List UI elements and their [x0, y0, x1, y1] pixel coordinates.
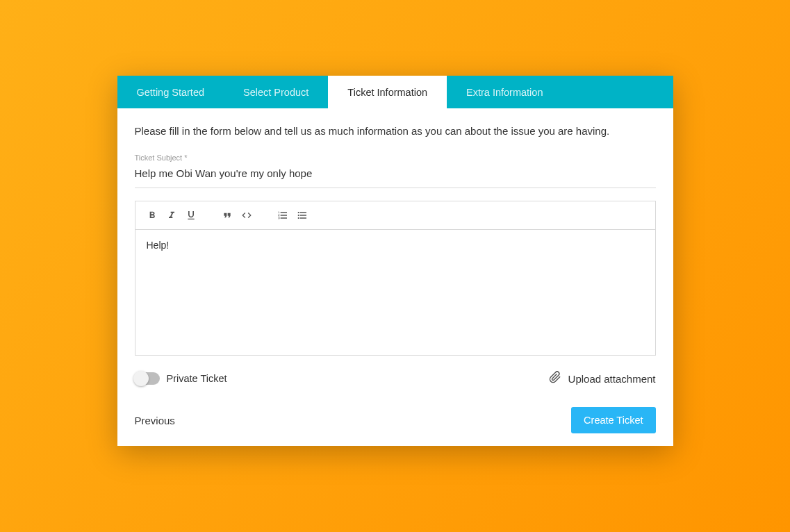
- tab-getting-started[interactable]: Getting Started: [117, 76, 224, 108]
- tabs-bar: Getting Started Select Product Ticket In…: [117, 76, 673, 108]
- rich-text-editor: Help!: [135, 201, 656, 356]
- private-toggle-wrap: Private Ticket: [135, 372, 227, 385]
- code-icon[interactable]: [238, 207, 255, 224]
- private-ticket-toggle[interactable]: [135, 372, 160, 385]
- private-ticket-label: Private Ticket: [167, 373, 227, 384]
- form-content: Please fill in the form below and tell u…: [117, 108, 673, 446]
- previous-button[interactable]: Previous: [135, 415, 175, 426]
- quote-icon[interactable]: [219, 207, 236, 224]
- editor-toolbar: [135, 201, 655, 230]
- underline-icon[interactable]: [183, 207, 199, 224]
- ticket-form-card: Getting Started Select Product Ticket In…: [117, 76, 673, 446]
- options-row: Private Ticket Upload attachment: [135, 369, 656, 388]
- instructions-text: Please fill in the form below and tell u…: [135, 124, 656, 138]
- tab-select-product[interactable]: Select Product: [224, 76, 328, 108]
- subject-label: Ticket Subject *: [135, 153, 656, 162]
- subject-input[interactable]: [135, 165, 656, 188]
- bold-icon[interactable]: [144, 207, 161, 224]
- footer-row: Previous Create Ticket: [135, 407, 656, 433]
- create-ticket-button[interactable]: Create Ticket: [571, 407, 655, 433]
- unordered-list-icon[interactable]: [294, 207, 311, 224]
- tab-extra-information[interactable]: Extra Information: [447, 76, 562, 108]
- upload-attachment-label: Upload attachment: [568, 373, 656, 385]
- editor-body[interactable]: Help!: [135, 230, 655, 355]
- ordered-list-icon[interactable]: [274, 207, 291, 224]
- tab-ticket-information[interactable]: Ticket Information: [328, 76, 447, 108]
- upload-attachment-button[interactable]: Upload attachment: [549, 369, 656, 388]
- italic-icon[interactable]: [163, 207, 180, 224]
- paperclip-icon: [549, 369, 561, 388]
